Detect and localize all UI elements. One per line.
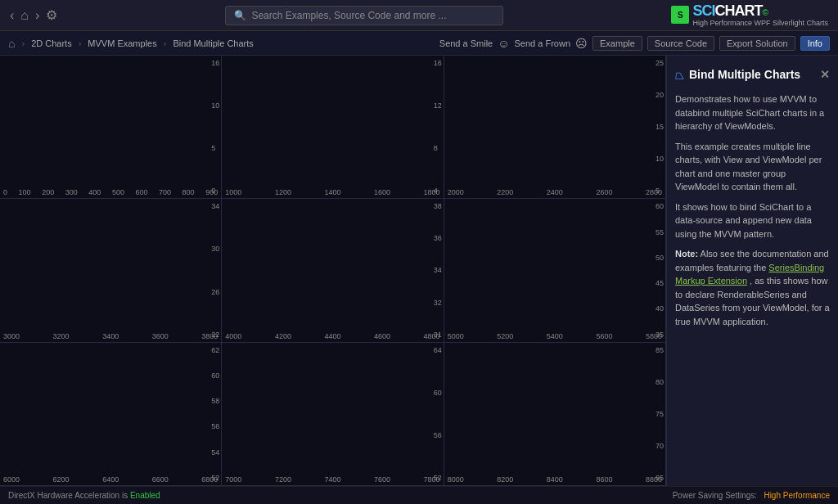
power-status: Power Saving Settings: High Performance	[673, 491, 830, 500]
chart-cell-2: 161284 10001200140016001800	[222, 56, 444, 199]
search-bar[interactable]: 🔍 Search Examples, Source Code and more …	[225, 6, 503, 25]
description-3: It shows how to bind SciChart to a data-…	[675, 200, 830, 241]
charts-area: 161050 0100200300400500600700800900 1612…	[0, 56, 666, 486]
breadcrumb-sep-3: ›	[164, 38, 167, 48]
logo-tagline: High Performance WPF Silverlight Charts	[692, 20, 828, 28]
search-placeholder: Search Examples, Source Code and more ..…	[251, 10, 446, 21]
note-paragraph: Note: Also see the documentation and exa…	[675, 247, 830, 328]
chart-canvas-5	[222, 199, 443, 341]
chart-canvas-1	[0, 56, 221, 198]
tab-source-code[interactable]: Source Code	[647, 36, 714, 51]
chart-cell-7: 626058565452 60006200640066006800	[0, 343, 222, 486]
home-breadcrumb-icon[interactable]: ⌂	[8, 37, 15, 50]
note-label: Note:	[675, 249, 698, 259]
home-icon[interactable]: ⌂	[20, 8, 29, 23]
chart-canvas-9	[444, 343, 665, 485]
tab-info[interactable]: Info	[800, 36, 830, 51]
close-button[interactable]: ✕	[820, 66, 830, 83]
breadcrumb-mvvm[interactable]: MVVM Examples	[88, 38, 156, 48]
breadcrumb-sep-2: ›	[79, 38, 82, 48]
chart-canvas-7	[0, 343, 221, 485]
main-content: 161050 0100200300400500600700800900 1612…	[0, 56, 838, 486]
frown-icon[interactable]: ☹	[575, 37, 588, 50]
acceleration-label: DirectX Hardware Acceleration is	[8, 491, 128, 500]
breadcrumb-bar: ⌂ › 2D Charts › MVVM Examples › Bind Mul…	[0, 31, 838, 56]
acceleration-status: Enabled	[130, 491, 160, 500]
logo-brand: SCICHART©	[692, 2, 828, 20]
power-value: High Performance	[764, 491, 830, 500]
chart-canvas-4	[0, 199, 221, 341]
top-toolbar: ‹ ⌂ › ⚙ 🔍 Search Examples, Source Code a…	[0, 0, 838, 31]
send-frown-label: Send a Frown	[515, 38, 570, 48]
smile-icon[interactable]: ☺	[498, 37, 509, 50]
forward-icon[interactable]: ›	[35, 8, 39, 23]
chart-cell-6: 605550454035 50005200540056005800	[444, 199, 666, 342]
search-icon: 🔍	[234, 10, 246, 21]
chart-cell-4: 34302622 30003200340036003800	[0, 199, 222, 342]
logo-area: S SCICHART© High Performance WPF Silverl…	[671, 2, 828, 28]
tab-example[interactable]: Example	[592, 36, 642, 51]
tab-export[interactable]: Export Solution	[719, 36, 795, 51]
breadcrumb-sep-1: ›	[21, 38, 25, 48]
description-1: Demonstrates how to use MVVM to databind…	[675, 92, 830, 133]
info-panel: ⏢ Bind Multiple Charts ✕ Demonstrates ho…	[666, 56, 838, 486]
bc-actions: Send a Smile ☺ Send a Frown ☹ Example So…	[439, 36, 830, 51]
settings-icon[interactable]: ⚙	[46, 7, 57, 23]
breadcrumb-2d-charts[interactable]: 2D Charts	[31, 38, 72, 48]
status-bar: DirectX Hardware Acceleration is Enabled…	[0, 486, 838, 504]
panel-title-container: ⏢ Bind Multiple Charts	[675, 64, 800, 86]
logo-box: S	[671, 6, 689, 24]
power-label: Power Saving Settings:	[673, 491, 757, 500]
chart-cell-8: 64605652 70007200740076007800	[222, 343, 444, 486]
chart-cell-9: 8580757065 80008200840086008800	[444, 343, 666, 486]
nav-icons: ‹ ⌂ › ⚙	[10, 7, 57, 23]
chart-canvas-2	[222, 56, 443, 198]
description-2: This example creates multiple line chart…	[675, 140, 830, 194]
chart-canvas-6	[444, 199, 665, 341]
panel-title: Bind Multiple Charts	[689, 66, 800, 83]
chart-icon: ⏢	[675, 64, 684, 86]
breadcrumb-current: Bind Multiple Charts	[173, 38, 253, 48]
chart-cell-5: 3836343231 40004200440046004800	[222, 199, 444, 342]
chart-canvas-8	[222, 343, 443, 485]
panel-title-row: ⏢ Bind Multiple Charts ✕	[675, 64, 830, 86]
back-icon[interactable]: ‹	[10, 8, 14, 23]
breadcrumb: ⌂ › 2D Charts › MVVM Examples › Bind Mul…	[8, 37, 254, 50]
chart-cell-3: 252015105 20002200240026002800	[444, 56, 666, 199]
panel-body: Demonstrates how to use MVVM to databind…	[675, 92, 830, 328]
chart-grid: 161050 0100200300400500600700800900 1612…	[0, 56, 666, 486]
send-smile-label: Send a Smile	[439, 38, 493, 48]
chart-canvas-3	[444, 56, 665, 198]
chart-cell-1: 161050 0100200300400500600700800900	[0, 56, 222, 199]
